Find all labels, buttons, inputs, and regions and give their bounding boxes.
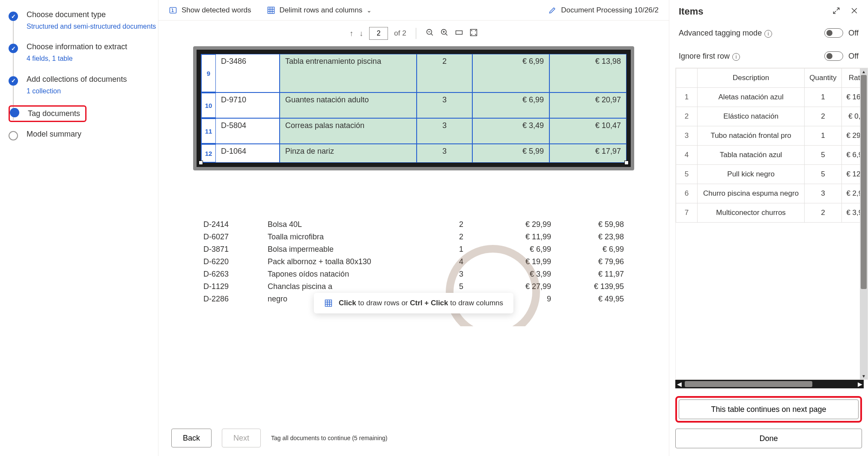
svg-rect-1 [268, 7, 274, 13]
expand-icon[interactable] [832, 6, 841, 17]
delimit-rows-columns-button[interactable]: Delimit rows and columns ⌄ [267, 6, 372, 15]
scroll-up-icon[interactable]: ▲ [860, 68, 868, 75]
cell-quantity[interactable]: 3 [417, 92, 472, 118]
column-header[interactable]: Description [698, 69, 805, 88]
horizontal-scrollbar[interactable]: ◀ ▶ [675, 380, 864, 388]
zoom-out-button[interactable] [426, 28, 434, 39]
remaining-message: Tag all documents to continue (5 remaini… [271, 435, 388, 441]
resize-handle-bl[interactable] [199, 161, 203, 165]
next-button: Next [222, 429, 261, 447]
cell-description[interactable]: Tabla entrenamiento piscina [280, 54, 417, 92]
close-icon[interactable] [850, 6, 859, 17]
back-button[interactable]: Back [171, 429, 212, 447]
svg-rect-6 [325, 300, 331, 307]
step-model-summary[interactable]: Model summary [9, 130, 158, 150]
resize-handle-br[interactable] [624, 161, 629, 165]
page-up-button[interactable]: ↑ [349, 29, 353, 38]
cell-index: 5 [676, 165, 698, 184]
cell-amount[interactable]: € 13,98 [549, 54, 626, 92]
cell-rate[interactable]: € 5,99 [472, 144, 549, 163]
scroll-down-icon[interactable]: ▼ [860, 373, 868, 379]
cell-quantity[interactable]: 2 [417, 54, 472, 92]
fit-page-button[interactable] [469, 28, 478, 39]
cell-quantity: 1 [805, 126, 841, 146]
cell-description: Pack albornoz + toalla 80x130 [268, 257, 444, 266]
checkmark-icon [9, 76, 18, 86]
cell-quantity: 3 [805, 184, 841, 203]
done-button[interactable]: Done [675, 429, 862, 448]
cell-amount: € 6,99 [551, 245, 624, 254]
items-table[interactable]: DescriptionQuantityRat1Aletas natación a… [676, 68, 868, 223]
cell-amount: € 49,95 [551, 295, 624, 304]
cell-description: Multiconector churros [698, 203, 805, 223]
cell-quantity: 1 [805, 88, 841, 107]
table-row[interactable]: 6Churro piscina espuma negro3€ 2,9 [676, 184, 868, 203]
main-area: Show detected words Delimit rows and col… [158, 0, 669, 456]
row-index[interactable]: 11 [201, 118, 215, 144]
tagged-table[interactable]: 9101112 D-3486Tabla entrenamiento piscin… [201, 54, 626, 163]
document-viewer[interactable]: 9101112 D-3486Tabla entrenamiento piscin… [158, 46, 669, 422]
divider [416, 28, 416, 39]
step-choose-document-type[interactable]: Choose document type Structured and semi… [9, 10, 158, 42]
cell-rate[interactable]: € 6,99 [472, 92, 549, 118]
step-tag-documents[interactable]: Tag documents [9, 105, 87, 122]
cell-rate[interactable]: € 3,49 [472, 118, 549, 144]
advanced-tagging-toggle[interactable] [824, 28, 843, 38]
show-detected-words-button[interactable]: Show detected words [169, 6, 251, 15]
cell-amount: € 139,95 [551, 282, 624, 291]
document-title-button[interactable]: Document Processing 10/26/2 [548, 6, 659, 15]
cell-description[interactable]: Guantes natación adulto [280, 92, 417, 118]
table-row[interactable]: 7Multiconector churros2€ 3,9 [676, 203, 868, 223]
page-down-button[interactable]: ↓ [359, 29, 363, 38]
step-add-collections[interactable]: Add collections of documents 1 collectio… [9, 75, 158, 107]
scroll-left-icon[interactable]: ◀ [675, 380, 683, 388]
cell-description: Tapones oídos natación [268, 270, 444, 279]
cell-description[interactable]: Correas palas natación [280, 118, 417, 144]
cell-code[interactable]: D-5804 [215, 118, 280, 144]
cell-amount[interactable]: € 17,97 [549, 144, 626, 163]
info-icon[interactable]: i [764, 30, 772, 38]
row-index[interactable]: 12 [201, 144, 215, 163]
zoom-in-button[interactable] [440, 28, 449, 39]
cell-amount[interactable]: € 10,47 [549, 118, 626, 144]
table-header-row: DescriptionQuantityRat [676, 69, 868, 88]
column-header[interactable]: Quantity [805, 69, 841, 88]
row-index[interactable]: 10 [201, 92, 215, 118]
cell-code[interactable]: D-3486 [215, 54, 280, 92]
fit-width-button[interactable] [455, 28, 463, 39]
cell-rate[interactable]: € 6,99 [472, 54, 549, 92]
panel-header: Items [669, 0, 868, 21]
scroll-thumb[interactable] [861, 75, 867, 289]
cell-description[interactable]: Pinza de nariz [280, 144, 417, 163]
table-row[interactable]: 5Pull kick negro5€ 12, [676, 165, 868, 184]
page-number-input[interactable] [369, 27, 388, 40]
ignore-first-row-toggle[interactable] [824, 51, 843, 61]
toggle-state: Off [848, 29, 859, 38]
table-row[interactable]: 3Tubo natación frontal pro1€ 29, [676, 126, 868, 146]
cell-quantity[interactable]: 3 [417, 118, 472, 144]
panel-title: Items [679, 6, 703, 17]
table-row[interactable]: 4Tabla natación azul5€ 6,9 [676, 146, 868, 165]
table-row[interactable]: 2Elástico natación2€ 0, [676, 107, 868, 126]
info-icon[interactable]: i [732, 53, 740, 61]
vertical-scrollbar[interactable]: ▲ ▼ [860, 68, 868, 379]
draw-hint-tooltip: Click to draw rows or Ctrl + Click to dr… [314, 293, 513, 313]
table-row[interactable]: 1Aletas natación azul1€ 16, [676, 88, 868, 107]
cell-amount[interactable]: € 20,97 [549, 92, 626, 118]
table-continues-button[interactable]: This table continues on next page [679, 399, 859, 419]
scroll-thumb[interactable] [685, 381, 812, 387]
active-dot-icon [10, 108, 19, 117]
step-sublabel: Structured and semi-structured documents [27, 22, 158, 31]
cell-code[interactable]: D-1064 [215, 144, 280, 163]
row-index[interactable]: 9 [201, 54, 215, 92]
wizard-sidebar: Choose document type Structured and semi… [0, 0, 158, 456]
step-choose-information[interactable]: Choose information to extract 4 fields, … [9, 42, 158, 75]
cell-code: D-6263 [203, 270, 268, 279]
cell-code[interactable]: D-9710 [215, 92, 280, 118]
cell-quantity: 2 [444, 220, 478, 229]
cell-quantity[interactable]: 3 [417, 144, 472, 163]
scroll-right-icon[interactable]: ▶ [856, 380, 864, 388]
plain-row: D-6263Tapones oídos natación3€ 3,99€ 11,… [203, 268, 624, 280]
items-panel: Items Advanced tagging modei Off Ignore … [669, 0, 868, 456]
column-header[interactable] [676, 69, 698, 88]
